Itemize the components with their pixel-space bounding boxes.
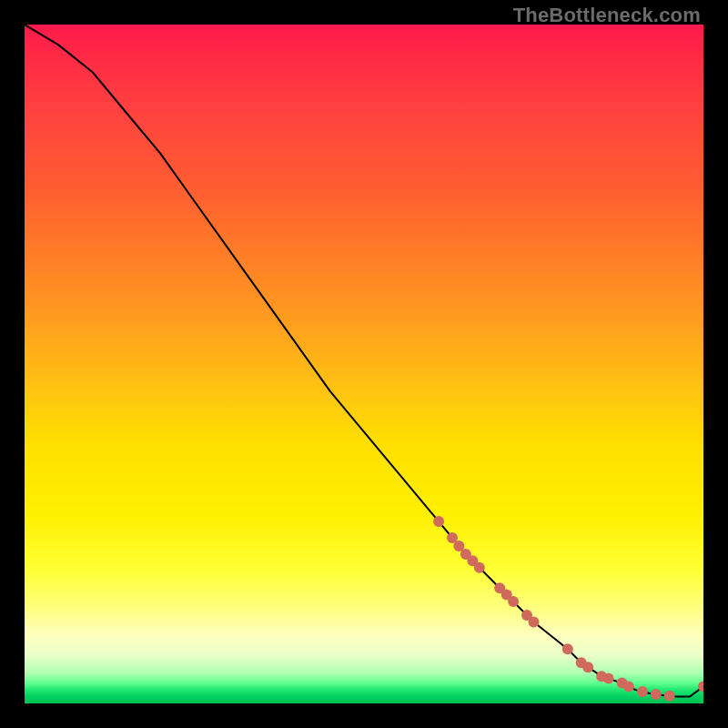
- data-marker: [603, 673, 614, 684]
- data-marker: [521, 610, 532, 621]
- curve-line: [25, 25, 703, 697]
- data-marker: [433, 516, 444, 527]
- chart-container: TheBottleneck.com: [0, 0, 728, 728]
- data-marker: [582, 662, 593, 672]
- data-marker: [576, 657, 587, 668]
- data-marker: [501, 590, 512, 601]
- data-marker: [453, 541, 464, 551]
- data-marker: [617, 678, 628, 689]
- marker-group: [433, 516, 703, 702]
- data-marker: [494, 582, 505, 593]
- data-marker: [664, 691, 675, 702]
- data-marker: [698, 681, 703, 692]
- data-marker: [529, 617, 540, 628]
- data-marker: [562, 643, 573, 654]
- data-marker: [596, 671, 607, 682]
- data-marker: [508, 596, 519, 607]
- data-marker: [460, 549, 471, 560]
- curve-group: [25, 25, 703, 697]
- data-marker: [447, 532, 458, 543]
- data-marker: [623, 681, 634, 692]
- data-marker: [651, 689, 662, 700]
- data-marker: [467, 555, 478, 566]
- plot-area: [25, 25, 703, 703]
- data-marker: [637, 686, 648, 697]
- data-marker: [474, 562, 485, 573]
- chart-svg: [25, 25, 703, 703]
